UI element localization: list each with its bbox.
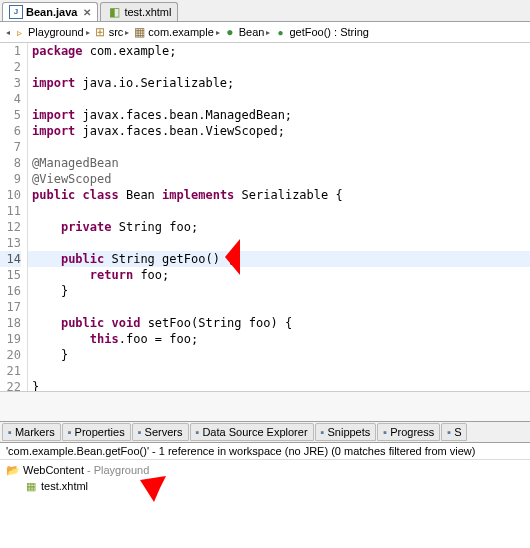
editor-bottom-spacer xyxy=(0,391,530,421)
bottom-tab-servers[interactable]: ▪Servers xyxy=(132,423,189,441)
code-line[interactable] xyxy=(28,363,530,379)
line-number: 3 xyxy=(0,75,21,91)
code-editor[interactable]: 1234567891011121314151617181920212223 pa… xyxy=(0,43,530,391)
line-number: 1 xyxy=(0,43,21,59)
method-icon xyxy=(273,25,287,39)
line-number: 22 xyxy=(0,379,21,391)
line-number: 19 xyxy=(0,331,21,347)
editor-tabbar: Bean.java ✕ test.xhtml xyxy=(0,0,530,22)
crumb-project[interactable]: ◂ Playground ▸ xyxy=(6,25,90,39)
close-icon[interactable]: ✕ xyxy=(83,7,91,18)
package-icon xyxy=(132,25,146,39)
code-line[interactable]: @ViewScoped xyxy=(28,171,530,187)
chevron-right-icon[interactable]: ▸ xyxy=(216,28,220,37)
code-line[interactable]: public String getFoo() { xyxy=(28,251,530,267)
line-number: 21 xyxy=(0,363,21,379)
line-number: 8 xyxy=(0,155,21,171)
line-number: 18 xyxy=(0,315,21,331)
line-number: 7 xyxy=(0,139,21,155)
crumb-package[interactable]: com.example ▸ xyxy=(132,25,219,39)
line-number: 10 xyxy=(0,187,21,203)
code-line[interactable] xyxy=(28,139,530,155)
chevron-right-icon[interactable]: ▸ xyxy=(86,28,90,37)
line-number-gutter: 1234567891011121314151617181920212223 xyxy=(0,43,28,391)
bottom-view-tabbar: ▪Markers▪Properties▪Servers▪Data Source … xyxy=(0,421,530,443)
tab-bean-java[interactable]: Bean.java ✕ xyxy=(2,2,98,21)
folder-icon xyxy=(6,463,20,477)
code-line[interactable]: package com.example; xyxy=(28,43,530,59)
view-icon: ▪ xyxy=(196,426,200,438)
bottom-tab-label: Data Source Explorer xyxy=(202,426,307,438)
line-number: 15 xyxy=(0,267,21,283)
bottom-tab-data-source-explorer[interactable]: ▪Data Source Explorer xyxy=(190,423,314,441)
line-number: 17 xyxy=(0,299,21,315)
tab-label: Bean.java xyxy=(26,6,77,18)
view-icon: ▪ xyxy=(68,426,72,438)
code-line[interactable]: @ManagedBean xyxy=(28,155,530,171)
java-file-icon xyxy=(9,5,23,19)
bottom-tab-label: Snippets xyxy=(327,426,370,438)
xhtml-file-icon xyxy=(107,5,121,19)
line-number: 20 xyxy=(0,347,21,363)
view-icon: ▪ xyxy=(383,426,387,438)
code-line[interactable]: } xyxy=(28,379,530,391)
code-line[interactable]: private String foo; xyxy=(28,219,530,235)
src-folder-icon xyxy=(93,25,107,39)
chevron-right-icon[interactable]: ▸ xyxy=(266,28,270,37)
class-icon xyxy=(223,25,237,39)
code-line[interactable]: public void setFoo(String foo) { xyxy=(28,315,530,331)
line-number: 12 xyxy=(0,219,21,235)
bottom-tab-s[interactable]: ▪S xyxy=(441,423,467,441)
bottom-tab-label: Progress xyxy=(390,426,434,438)
code-line[interactable]: import javax.faces.bean.ViewScoped; xyxy=(28,123,530,139)
line-number: 2 xyxy=(0,59,21,75)
code-line[interactable]: public class Bean implements Serializabl… xyxy=(28,187,530,203)
bottom-tab-markers[interactable]: ▪Markers xyxy=(2,423,61,441)
line-number: 6 xyxy=(0,123,21,139)
search-status-bar: 'com.example.Bean.getFoo()' - 1 referenc… xyxy=(0,443,530,460)
chevron-left-icon[interactable]: ◂ xyxy=(6,28,10,37)
line-number: 5 xyxy=(0,107,21,123)
view-icon: ▪ xyxy=(321,426,325,438)
code-line[interactable]: } xyxy=(28,283,530,299)
code-line[interactable]: import javax.faces.bean.ManagedBean; xyxy=(28,107,530,123)
xhtml-file-icon xyxy=(24,479,38,493)
crumb-src[interactable]: src ▸ xyxy=(93,25,130,39)
bottom-tab-label: Properties xyxy=(75,426,125,438)
code-line[interactable] xyxy=(28,299,530,315)
tab-label: test.xhtml xyxy=(124,6,171,18)
bottom-tab-label: Servers xyxy=(145,426,183,438)
code-line[interactable] xyxy=(28,59,530,75)
code-line[interactable] xyxy=(28,91,530,107)
view-icon: ▪ xyxy=(8,426,12,438)
line-number: 14 xyxy=(0,251,21,267)
line-number: 11 xyxy=(0,203,21,219)
bottom-tab-progress[interactable]: ▪Progress xyxy=(377,423,440,441)
line-number: 9 xyxy=(0,171,21,187)
code-line[interactable]: import java.io.Serializable; xyxy=(28,75,530,91)
crumb-class[interactable]: Bean ▸ xyxy=(223,25,271,39)
line-number: 16 xyxy=(0,283,21,299)
tree-file-test-xhtml[interactable]: test.xhtml xyxy=(6,478,524,494)
line-number: 4 xyxy=(0,91,21,107)
code-line[interactable]: this.foo = foo; xyxy=(28,331,530,347)
breadcrumb: ◂ Playground ▸ src ▸ com.example ▸ Bean … xyxy=(0,22,530,43)
bottom-tab-properties[interactable]: ▪Properties xyxy=(62,423,131,441)
project-icon xyxy=(12,25,26,39)
view-icon: ▪ xyxy=(138,426,142,438)
crumb-method[interactable]: getFoo() : String xyxy=(273,25,368,39)
bottom-tab-label: Markers xyxy=(15,426,55,438)
search-results[interactable]: WebContent - Playground test.xhtml xyxy=(0,460,530,496)
code-line[interactable]: } xyxy=(28,347,530,363)
code-line[interactable]: return foo; xyxy=(28,267,530,283)
bottom-tab-label: S xyxy=(454,426,461,438)
line-number: 13 xyxy=(0,235,21,251)
tab-test-xhtml[interactable]: test.xhtml xyxy=(100,2,178,21)
tree-folder-webcontent[interactable]: WebContent - Playground xyxy=(6,462,524,478)
code-area[interactable]: package com.example; import java.io.Seri… xyxy=(28,43,530,391)
chevron-right-icon[interactable]: ▸ xyxy=(125,28,129,37)
code-line[interactable] xyxy=(28,235,530,251)
code-line[interactable] xyxy=(28,203,530,219)
view-icon: ▪ xyxy=(447,426,451,438)
bottom-tab-snippets[interactable]: ▪Snippets xyxy=(315,423,377,441)
